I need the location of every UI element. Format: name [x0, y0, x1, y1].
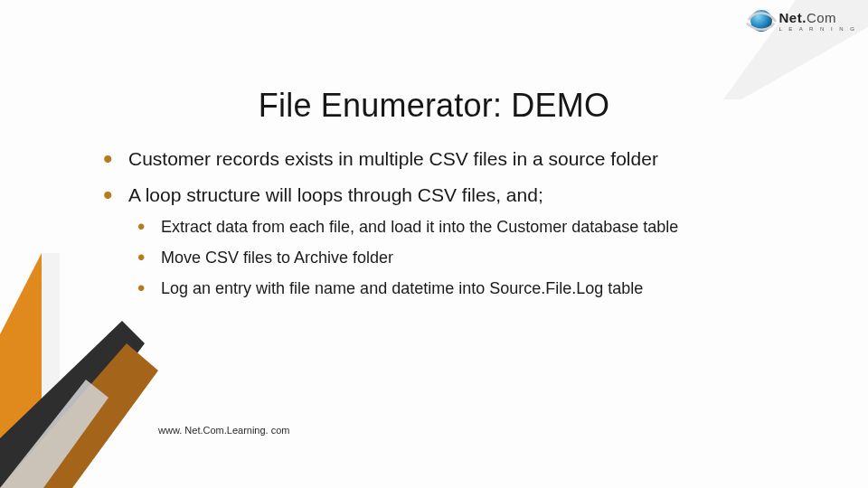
brand-text: Net.Com L E A R N I N G — [779, 11, 857, 32]
bullet-text: Extract data from each file, and load it… — [161, 218, 678, 236]
slide-title: File Enumerator: DEMO — [0, 87, 868, 125]
svg-marker-5 — [0, 380, 108, 488]
globe-icon — [746, 5, 777, 36]
sub-bullet-item: Extract data from each file, and load it… — [128, 216, 832, 238]
sub-bullet-item: Log an entry with file name and datetime… — [128, 277, 832, 299]
bullet-text: Move CSV files to Archive folder — [161, 249, 393, 267]
brand-bold: Net. — [779, 10, 807, 25]
svg-marker-4 — [0, 343, 158, 488]
footer-url: www. Net.Com.Learning. com — [158, 425, 290, 436]
svg-marker-2 — [42, 253, 60, 488]
bullet-item: Customer records exists in multiple CSV … — [98, 146, 832, 172]
svg-marker-3 — [0, 321, 145, 488]
sub-bullet-item: Move CSV files to Archive folder — [128, 247, 832, 268]
bullet-text: A loop structure will loops through CSV … — [128, 184, 543, 205]
brand-logo: Net.Com L E A R N I N G — [746, 5, 857, 36]
svg-marker-1 — [0, 253, 42, 488]
slide-body: Customer records exists in multiple CSV … — [98, 146, 832, 311]
bullet-text: Customer records exists in multiple CSV … — [128, 148, 658, 169]
brand-tagline: L E A R N I N G — [779, 26, 857, 32]
bullet-text: Log an entry with file name and datetime… — [161, 279, 643, 297]
brand-light: Com — [807, 10, 836, 25]
slide: Net.Com L E A R N I N G File Enumerator:… — [0, 0, 868, 488]
bullet-item: A loop structure will loops through CSV … — [98, 183, 832, 299]
